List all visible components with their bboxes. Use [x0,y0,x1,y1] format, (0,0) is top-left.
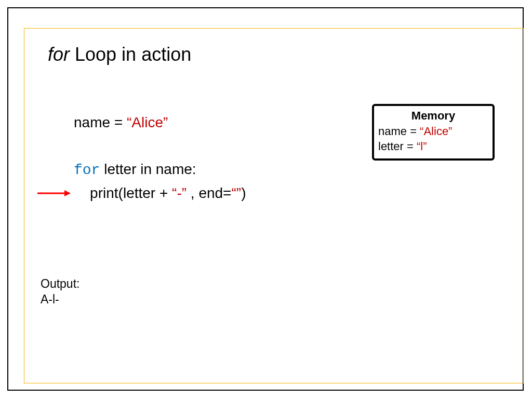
code-line-1: name = “Alice” [74,111,246,135]
memory-title: Memory [378,108,488,124]
mem-var: letter = [378,140,417,153]
code-text: print(letter + [74,185,172,201]
output-block: Output: A-l- [41,276,79,308]
inner-frame [24,28,524,383]
svg-marker-1 [64,190,71,196]
code-line-3: print(letter + “-” , end=“”) [74,182,246,205]
mem-val: “Alice” [420,125,452,138]
title-for-keyword: for [48,44,70,65]
code-line-2: for letter in name: [74,158,246,182]
arrow-icon [36,188,73,198]
string-literal: “Alice” [127,114,168,130]
mem-var: name = [378,125,420,138]
code-block: name = “Alice” for letter in name: print… [74,111,246,205]
code-text: name = [74,114,127,130]
for-keyword: for [74,162,100,178]
code-blank-line [74,135,246,158]
memory-line-1: name = “Alice” [378,124,488,139]
title-rest: Loop in action [70,44,191,65]
code-text: ) [241,185,246,201]
memory-panel: Memory name = “Alice” letter = “l” [372,104,495,161]
string-literal: “-” [172,185,187,201]
mem-val: “l” [417,140,427,153]
output-label: Output: [41,276,79,292]
memory-line-2: letter = “l” [378,139,488,154]
slide-title: for Loop in action [48,44,191,65]
string-literal: “” [231,185,241,201]
code-text: letter in name: [100,161,196,177]
output-value: A-l- [41,292,79,308]
code-text: , end= [187,185,231,201]
